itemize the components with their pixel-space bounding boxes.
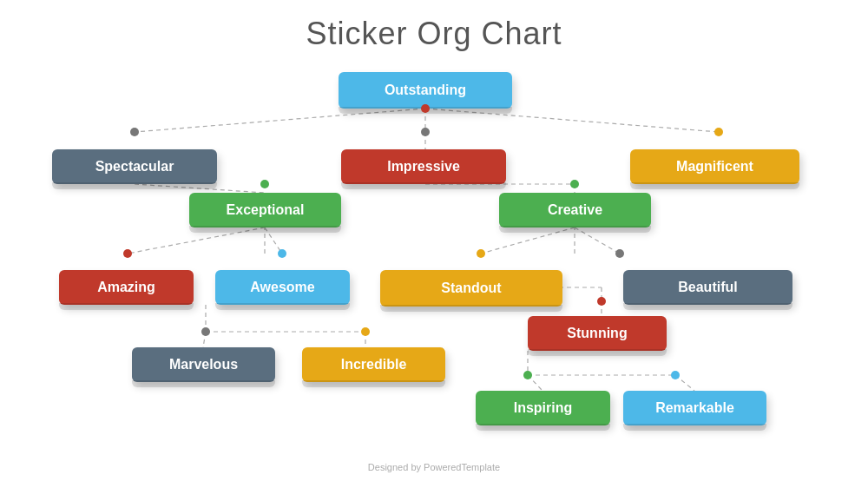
- node-stunning: Stunning: [528, 316, 667, 351]
- connector-dot: [130, 128, 139, 136]
- connector-dot: [361, 327, 370, 336]
- node-incredible: Incredible: [302, 347, 445, 382]
- connector-dot: [671, 371, 680, 379]
- connector-dot: [615, 249, 624, 258]
- node-spectacular: Spectacular: [52, 149, 217, 184]
- connector-dot: [523, 371, 532, 379]
- node-exceptional: Exceptional: [189, 193, 341, 228]
- node-beautiful: Beautiful: [623, 270, 792, 305]
- footer-text: Designed by PoweredTemplate: [0, 462, 868, 472]
- connector-dot: [260, 180, 269, 188]
- node-outstanding: Outstanding: [339, 72, 512, 109]
- node-impressive: Impressive: [341, 149, 506, 184]
- connector-dot: [597, 297, 606, 306]
- node-amazing: Amazing: [59, 270, 194, 305]
- node-creative: Creative: [499, 193, 651, 228]
- connector-dot: [477, 249, 485, 258]
- page-title: Sticker Org Chart: [0, 0, 868, 52]
- connector-dot: [421, 128, 430, 136]
- node-magnificent: Magnificent: [630, 149, 799, 184]
- connector-dot: [570, 180, 579, 188]
- connector-dot: [123, 249, 132, 258]
- connector-dot: [278, 249, 286, 258]
- connector-dot: [421, 104, 430, 113]
- node-inspiring: Inspiring: [476, 391, 610, 425]
- node-awesome: Awesome: [215, 270, 350, 305]
- node-marvelous: Marvelous: [132, 347, 275, 382]
- connector-dot: [714, 128, 723, 136]
- node-standout: Standout: [380, 270, 562, 307]
- node-remarkable: Remarkable: [623, 391, 766, 425]
- connector-dot: [201, 327, 210, 336]
